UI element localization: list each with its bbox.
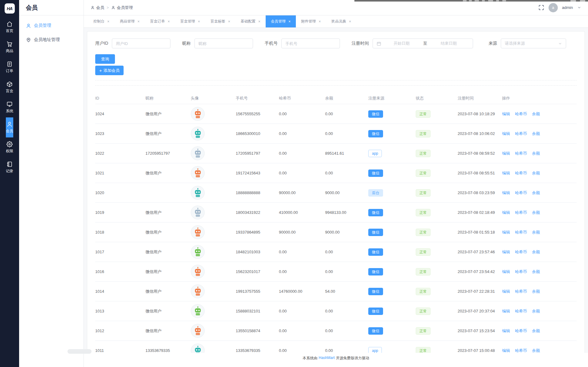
search-button[interactable]: 查询 (95, 54, 115, 64)
close-icon[interactable]: × (288, 20, 291, 23)
user-id-input[interactable] (112, 39, 170, 48)
hashcoin-link[interactable]: 哈希币 (515, 171, 527, 175)
edit-link[interactable]: 编辑 (502, 112, 510, 116)
edit-link[interactable]: 编辑 (502, 289, 510, 294)
hashcoin-link[interactable]: 哈希币 (515, 269, 527, 274)
balance-link[interactable]: 余额 (532, 348, 540, 353)
app-logo[interactable]: HA (5, 3, 15, 14)
hashcoin-link[interactable]: 哈希币 (515, 112, 527, 116)
sidebar-item-goods[interactable]: 商品 (6, 37, 13, 57)
tab-base-config[interactable]: 基础配置× (235, 15, 266, 27)
hashcoin-link[interactable]: 哈希币 (515, 348, 527, 353)
table-row: 1012微信用户135501588740.000.00微信正常2023-07-0… (95, 321, 577, 341)
tab-blindbox-order[interactable]: 盲盒订单× (145, 15, 175, 27)
breadcrumb-item[interactable]: 会员 (91, 5, 104, 10)
tab-console[interactable]: 控制台× (88, 15, 115, 27)
sidebar-item-orders[interactable]: 订单 (6, 57, 13, 77)
hashcoin-link[interactable]: 哈希币 (515, 289, 527, 294)
nickname-input[interactable] (194, 39, 253, 48)
close-icon[interactable]: × (137, 20, 140, 23)
fullscreen-icon[interactable] (538, 5, 544, 10)
hashcoin-link[interactable]: 哈希币 (515, 250, 527, 254)
hashcoin-link[interactable]: 哈希币 (515, 328, 527, 333)
hashcoin-link[interactable]: 哈希币 (515, 131, 527, 136)
column-header: 余额 (325, 96, 368, 101)
edit-link[interactable]: 编辑 (502, 269, 510, 274)
table-row: 1019微信用户18003431922410000.009948133.00微信… (95, 203, 577, 222)
balance-link[interactable]: 余额 (532, 112, 540, 116)
hashcoin-link[interactable]: 哈希币 (515, 309, 527, 313)
sidebar-item-member-manage[interactable]: 会员管理 (19, 18, 84, 33)
sidebar-item-system[interactable]: 系统 (6, 97, 13, 117)
date-range-picker[interactable]: 开始日期 至 结束日期 (373, 39, 473, 48)
balance-link[interactable]: 余额 (532, 328, 540, 333)
sidebar-item-member[interactable]: 会员 (6, 117, 13, 137)
source-select[interactable]: 请选择来源 (501, 39, 566, 48)
avatar (191, 245, 205, 259)
balance-link[interactable]: 余额 (532, 230, 540, 234)
close-icon[interactable]: × (228, 20, 230, 23)
tab-blindbox-manage[interactable]: 盲盒管理× (175, 15, 205, 27)
balance-link[interactable]: 余额 (532, 210, 540, 215)
sidebar-item-blindbox[interactable]: 盲盒 (6, 77, 13, 97)
hashcoin-link[interactable]: 哈希币 (515, 190, 527, 195)
cell-status: 正常 (416, 288, 458, 295)
tab-goods-manage[interactable]: 商品管理× (115, 15, 145, 27)
dashed-divider (95, 85, 577, 86)
balance-link[interactable]: 余额 (532, 131, 540, 136)
balance-link[interactable]: 余额 (532, 151, 540, 156)
tab-attachment[interactable]: 附件管理× (296, 15, 326, 27)
footer-brand-link[interactable]: HashMart (319, 356, 335, 360)
edit-link[interactable]: 编辑 (502, 190, 510, 195)
cell-status: 正常 (416, 209, 458, 216)
balance-link[interactable]: 余额 (532, 250, 540, 254)
hashcoin-link[interactable]: 哈希币 (515, 151, 527, 156)
edit-link[interactable]: 编辑 (502, 348, 510, 353)
cell-id: 1019 (95, 210, 145, 215)
hashcoin-link[interactable]: 哈希币 (515, 230, 527, 234)
edit-link[interactable]: 编辑 (502, 328, 510, 333)
cell-source: 微信 (368, 288, 416, 295)
phone-input[interactable] (281, 39, 340, 48)
table-row: 10201888888888890000.009000.00后台正常2023-0… (95, 183, 577, 203)
edit-link[interactable]: 编辑 (502, 151, 510, 156)
tab-prize-exchange[interactable]: 奖品兑换× (326, 15, 356, 27)
edit-link[interactable]: 编辑 (502, 131, 510, 136)
tab-blindbox-tag[interactable]: 盲盒标签× (205, 15, 235, 27)
sidebar-item-home[interactable]: 首页 (6, 17, 13, 37)
dashed-divider (95, 80, 577, 80)
tab-member-manage[interactable]: 会员管理× (266, 15, 296, 27)
close-icon[interactable]: × (198, 20, 200, 23)
balance-link[interactable]: 余额 (532, 289, 540, 294)
breadcrumb-item[interactable]: 会员管理 (111, 5, 133, 10)
username[interactable]: admin (562, 5, 573, 10)
edit-link[interactable]: 编辑 (502, 210, 510, 215)
close-icon[interactable]: × (319, 20, 321, 23)
avatar[interactable]: a (549, 3, 558, 12)
sidebar-item-record[interactable]: 记录 (6, 157, 13, 177)
footer-prefix: 本系统由 (303, 356, 317, 361)
hashcoin-link[interactable]: 哈希币 (515, 210, 527, 215)
edit-link[interactable]: 编辑 (502, 230, 510, 234)
balance-link[interactable]: 余额 (532, 171, 540, 175)
close-icon[interactable]: × (107, 20, 109, 23)
balance-link[interactable]: 余额 (532, 190, 540, 195)
avatar (191, 225, 205, 239)
cell-phone: 15888032101 (236, 309, 279, 313)
sidebar-item-permission[interactable]: 权限 (6, 137, 13, 157)
sidebar-item-member-address[interactable]: 会员地址管理 (19, 33, 84, 47)
edit-link[interactable]: 编辑 (502, 309, 510, 313)
balance-link[interactable]: 余额 (532, 309, 540, 313)
close-icon[interactable]: × (168, 20, 170, 23)
chevron-down-icon[interactable] (577, 6, 581, 10)
add-member-button[interactable]: + 添加会员 (95, 66, 124, 75)
edit-link[interactable]: 编辑 (502, 171, 510, 175)
cell-register-time: 2023-07-07 23:54:42 (458, 269, 502, 274)
edit-link[interactable]: 编辑 (502, 250, 510, 254)
close-icon[interactable]: × (349, 20, 351, 23)
cell-status: 正常 (416, 248, 458, 256)
record-icon (6, 161, 13, 167)
close-icon[interactable]: × (258, 20, 260, 23)
cell-actions: 编辑哈希币余额 (502, 111, 577, 117)
balance-link[interactable]: 余额 (532, 269, 540, 274)
